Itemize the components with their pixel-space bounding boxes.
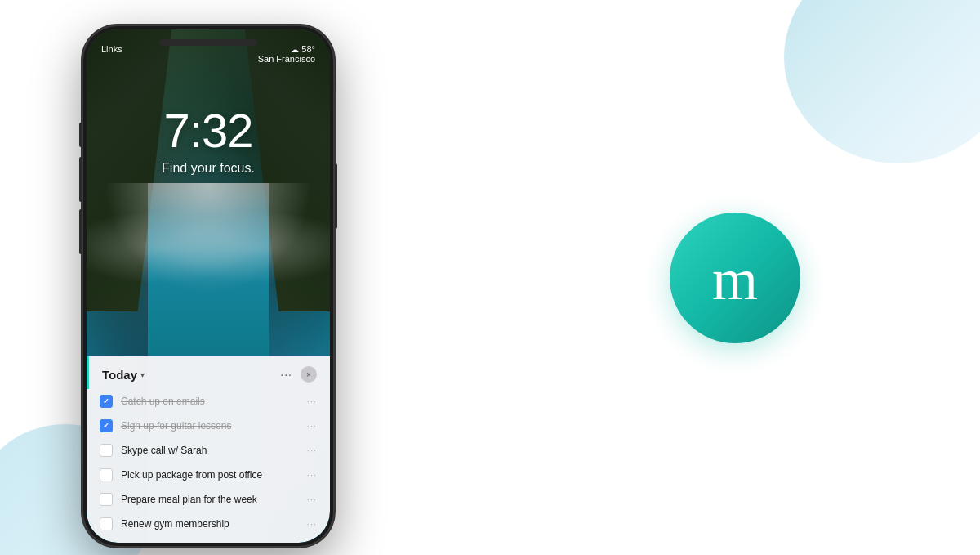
task-item[interactable]: ✓ Sign up for guitar lessons ···	[87, 414, 330, 438]
chevron-down-icon: ▾	[140, 370, 145, 379]
task-checkbox-1[interactable]: ✓	[100, 395, 113, 408]
phone-frame: Links ☁ 58° San Francisco 7:32 Find your…	[82, 25, 335, 548]
phone-side-power-button	[335, 163, 337, 229]
phone-side-mute-button	[79, 123, 82, 147]
task-label-6: Renew gym membership	[121, 518, 299, 530]
task-item[interactable]: ✓ Catch up on emails ···	[87, 389, 330, 414]
task-more-2[interactable]: ···	[307, 421, 317, 431]
main-content: Links ☁ 58° San Francisco 7:32 Find your…	[0, 0, 980, 555]
checkmark-icon: ✓	[103, 397, 109, 405]
task-checkbox-3[interactable]	[100, 444, 113, 457]
cloud-icon: ☁	[291, 45, 299, 54]
checkmark-icon: ✓	[103, 422, 109, 430]
task-label-1: Catch up on emails	[121, 396, 299, 407]
logo-area: m	[670, 213, 800, 343]
task-checkbox-6[interactable]	[100, 517, 113, 530]
today-widget: Today ▾ ··· ×	[87, 356, 330, 543]
widget-header: Today ▾ ··· ×	[87, 356, 330, 389]
task-label-5: Prepare meal plan for the week	[121, 494, 299, 505]
clock-time: 7:32	[87, 103, 330, 158]
status-bar: Links ☁ 58° San Francisco	[87, 44, 330, 64]
phone-side-volume-up-button	[79, 157, 82, 202]
phone-mockup: Links ☁ 58° San Francisco 7:32 Find your…	[82, 25, 335, 548]
task-label-2: Sign up for guitar lessons	[121, 420, 299, 432]
task-more-5[interactable]: ···	[307, 495, 317, 504]
task-more-6[interactable]: ···	[307, 519, 317, 529]
widget-title-area[interactable]: Today ▾	[102, 368, 145, 382]
task-label-4: Pick up package from post office	[121, 469, 299, 481]
task-item[interactable]: Skype call w/ Sarah ···	[87, 438, 330, 463]
widget-more-button[interactable]: ···	[280, 368, 292, 381]
links-label: Links	[101, 44, 122, 54]
weather-temperature: ☁ 58°	[258, 44, 315, 54]
temperature-value: 58°	[301, 44, 315, 54]
task-item[interactable]: Prepare meal plan for the week ···	[87, 487, 330, 512]
weather-info: ☁ 58° San Francisco	[258, 44, 315, 64]
task-checkbox-2[interactable]: ✓	[100, 419, 113, 432]
app-logo: m	[670, 213, 800, 343]
widget-actions: ··· ×	[280, 366, 317, 383]
task-checkbox-4[interactable]	[100, 468, 113, 481]
task-label-3: Skype call w/ Sarah	[121, 445, 299, 456]
widget-title: Today	[102, 368, 137, 382]
tagline: Find your focus.	[87, 161, 330, 176]
task-item[interactable]: Renew gym membership ···	[87, 512, 330, 536]
task-checkbox-5[interactable]	[100, 493, 113, 506]
time-display: 7:32 Find your focus.	[87, 103, 330, 176]
task-more-3[interactable]: ···	[307, 445, 317, 455]
task-list: ✓ Catch up on emails ··· ✓ Sign up for g…	[87, 389, 330, 543]
task-more-1[interactable]: ···	[307, 396, 317, 406]
phone-screen: Links ☁ 58° San Francisco 7:32 Find your…	[87, 29, 330, 543]
task-item[interactable]: Pick up package from post office ···	[87, 463, 330, 487]
city-label: San Francisco	[258, 54, 315, 64]
logo-letter: m	[712, 250, 758, 309]
phone-side-volume-down-button	[79, 209, 82, 254]
close-icon: ×	[306, 370, 311, 379]
task-more-4[interactable]: ···	[307, 470, 317, 480]
widget-close-button[interactable]: ×	[301, 366, 317, 383]
